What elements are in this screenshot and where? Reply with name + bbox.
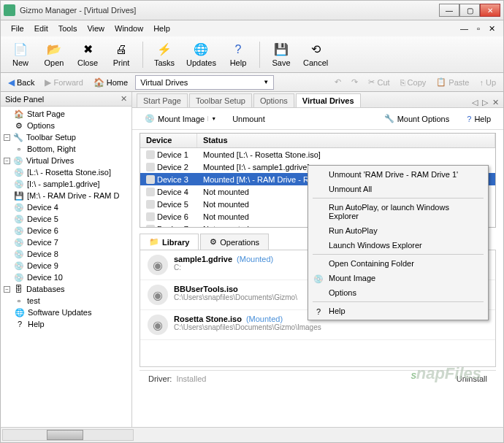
tree-expander-icon[interactable]: −	[4, 286, 10, 293]
menu-view[interactable]: View	[83, 23, 109, 34]
menu-tools[interactable]: Tools	[54, 23, 82, 34]
forward-button[interactable]: ▶Forward	[42, 76, 85, 89]
device-name: Device 7	[157, 225, 188, 228]
save-button[interactable]: 💾Save	[266, 39, 297, 71]
tree-item[interactable]: 💿Device 10	[1, 271, 131, 283]
chevron-down-icon[interactable]: ▼	[263, 79, 269, 85]
mdi-close-icon[interactable]: ✕	[486, 24, 497, 34]
tree-item[interactable]: ⚙Options	[1, 120, 131, 131]
tree-item[interactable]: 💿Device 8	[1, 248, 131, 260]
context-menu-item[interactable]: ?Help	[310, 304, 486, 318]
tree-expander-icon[interactable]: −	[4, 158, 10, 164]
mdi-minimize-icon[interactable]: —	[458, 24, 470, 34]
uninstall-link[interactable]: Uninstall	[457, 374, 487, 383]
mount-options-button[interactable]: 🔧Mount Options	[379, 112, 455, 126]
tree-item[interactable]: 💾[M:\ - RAM Drive - RAM D	[1, 190, 131, 201]
scrollbar-thumb[interactable]	[47, 430, 83, 440]
tree-item[interactable]: 🌐Software Updates	[1, 307, 131, 318]
menu-file[interactable]: File	[7, 23, 28, 34]
tree-item[interactable]: 💿[I:\ - sample1.gdrive]	[1, 178, 131, 190]
cut-button[interactable]: ✂Cut	[365, 76, 392, 88]
up-button[interactable]: ↑Up	[476, 76, 499, 88]
address-value: Virtual Drives	[140, 78, 188, 87]
redo-button[interactable]: ↷	[348, 76, 361, 88]
undo-button[interactable]: ↶	[332, 76, 344, 88]
tab-library[interactable]: 📁Library	[140, 234, 199, 250]
tree-item[interactable]: 💿Device 7	[1, 236, 131, 248]
menu-edit[interactable]: Edit	[30, 23, 53, 34]
help-button[interactable]: ?Help	[223, 39, 253, 71]
tab-operations[interactable]: ⚙Operations	[200, 234, 269, 250]
new-button[interactable]: 📄New	[5, 39, 36, 71]
paste-button[interactable]: 📋Paste	[433, 76, 472, 88]
tab-prev-icon[interactable]: ◁	[472, 98, 478, 107]
minimize-button[interactable]: —	[439, 4, 459, 17]
copy-button[interactable]: ⎘Copy	[397, 76, 429, 88]
tab-close-icon[interactable]: ✕	[492, 98, 499, 107]
context-menu-item[interactable]: Run AutoPlay	[310, 223, 486, 238]
tree-item[interactable]: 💿[L:\ - Rosetta Stone.iso]	[1, 166, 131, 178]
column-status[interactable]: Status	[197, 134, 495, 147]
device-status: Mounted [L:\ - Rosetta Stone.iso]	[197, 150, 495, 160]
tree-item[interactable]: −🔧Toolbar Setup	[1, 131, 131, 143]
context-menu-item[interactable]: Unmount 'RAM Drive - RAM Drive 1'	[310, 167, 486, 182]
home-button[interactable]: 🏠Home	[91, 76, 131, 89]
tab-toolbar-setup[interactable]: Toolbar Setup	[189, 93, 252, 107]
tree-item-icon: 💿	[14, 214, 24, 224]
unmount-button[interactable]: Unmount	[227, 112, 270, 126]
menu-window[interactable]: Window	[110, 23, 148, 34]
tree-expander-icon[interactable]: −	[4, 134, 10, 141]
context-menu-item[interactable]: Unmount All	[310, 182, 486, 196]
tree-item-icon: ⚙	[14, 120, 24, 131]
tree-item-icon: 💿	[14, 202, 24, 212]
tab-virtual-drives[interactable]: Virtual Drives	[296, 93, 361, 107]
maximize-button[interactable]: ▢	[459, 4, 480, 17]
tab-next-icon[interactable]: ▷	[482, 98, 488, 107]
context-menu-item[interactable]: 💿Mount Image	[310, 271, 486, 285]
back-button[interactable]: ◀Back	[5, 76, 37, 89]
tab-options[interactable]: Options	[253, 93, 294, 107]
bottom-scrollbar	[0, 427, 504, 443]
device-name: Device 1	[157, 150, 188, 159]
context-menu: Unmount 'RAM Drive - RAM Drive 1'Unmount…	[308, 165, 489, 320]
tree-item[interactable]: 💿Device 6	[1, 225, 131, 236]
tree-item-label: [I:\ - sample1.gdrive]	[27, 180, 100, 188]
tree-item[interactable]: ▫test	[1, 295, 131, 307]
context-menu-item[interactable]: Run AutoPlay, or launch Windows Explorer	[310, 200, 486, 223]
tree-item[interactable]: ?Help	[1, 318, 131, 330]
cancel-button[interactable]: ⟲Cancel	[299, 39, 332, 71]
open-button[interactable]: 📂Open	[39, 39, 69, 71]
scrollbar-track[interactable]	[2, 429, 134, 441]
address-bar[interactable]: Virtual Drives▼	[135, 75, 274, 90]
mount-image-button[interactable]: 💿Mount Image▼	[140, 112, 221, 126]
side-panel-close-icon[interactable]: ✕	[121, 94, 127, 104]
tree-item[interactable]: −💿Virtual Drives	[1, 155, 131, 166]
mdi-restore-icon[interactable]: ▫	[475, 24, 482, 34]
table-row[interactable]: Device 1Mounted [L:\ - Rosetta Stone.iso…	[140, 148, 495, 161]
tasks-icon: ⚡	[157, 42, 172, 57]
print-button[interactable]: 🖨Print	[106, 39, 137, 71]
tree-item-label: [L:\ - Rosetta Stone.iso]	[27, 168, 111, 177]
app-icon	[4, 4, 15, 16]
tree-item[interactable]: 💿Device 5	[1, 213, 131, 225]
tree-item-label: Device 6	[27, 226, 58, 235]
side-panel-header: Side Panel ✕	[1, 92, 131, 107]
context-menu-item[interactable]: Options	[310, 285, 486, 300]
tasks-button[interactable]: ⚡Tasks	[149, 39, 180, 71]
help-button-sub[interactable]: ?Help	[462, 112, 496, 126]
menu-help[interactable]: Help	[149, 23, 175, 34]
paste-icon: 📋	[436, 77, 446, 87]
close-button[interactable]: ✕	[480, 4, 500, 17]
tree-item[interactable]: ▫Bottom, Right	[1, 143, 131, 155]
chevron-down-icon[interactable]: ▼	[207, 116, 216, 121]
context-menu-item[interactable]: Open Containing Folder	[310, 256, 486, 271]
context-menu-item[interactable]: Launch Windows Explorer	[310, 238, 486, 253]
tree-item[interactable]: 💿Device 4	[1, 201, 131, 213]
updates-button[interactable]: 🌐Updates	[183, 39, 220, 71]
close-button-tool[interactable]: ✖Close	[72, 39, 103, 71]
tree-item[interactable]: 🏠Start Page	[1, 108, 131, 120]
tree-item[interactable]: 💿Device 9	[1, 260, 131, 271]
tree-item[interactable]: −🗄Databases	[1, 283, 131, 295]
tab-start-page[interactable]: Start Page	[137, 93, 188, 107]
column-device[interactable]: Device	[140, 134, 197, 147]
